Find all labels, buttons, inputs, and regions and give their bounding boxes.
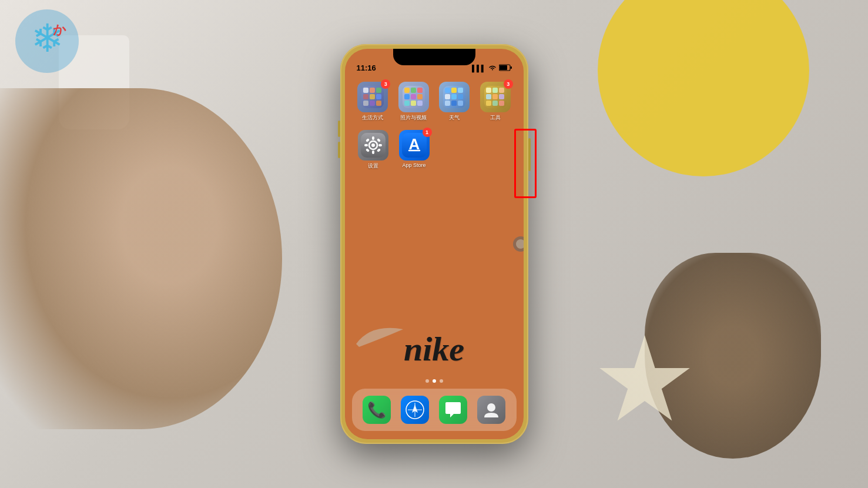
wifi-icon xyxy=(488,64,497,72)
shenghuo-label: 生活方式 xyxy=(362,114,383,122)
svg-rect-50 xyxy=(372,151,374,154)
battery-icon xyxy=(499,64,512,72)
phone-screen: 11:16 ▌▌▌ xyxy=(345,49,524,439)
nike-text-container: nike xyxy=(345,329,524,369)
dock: 📞 xyxy=(352,389,517,431)
svg-rect-39 xyxy=(499,88,504,93)
svg-point-48 xyxy=(371,143,375,147)
svg-rect-21 xyxy=(411,94,416,99)
vol-down-button[interactable] xyxy=(338,142,340,158)
status-time: 11:16 xyxy=(357,63,376,72)
app-appstore[interactable]: 1 A xyxy=(397,130,432,170)
volume-buttons xyxy=(338,121,340,158)
svg-rect-11 xyxy=(370,94,375,99)
dock-safari-icon[interactable] xyxy=(401,396,429,424)
svg-rect-51 xyxy=(364,144,368,146)
messages-svg xyxy=(443,400,463,420)
snowflake-logo: ❄ か xyxy=(12,6,82,76)
shenghuo-badge: 3 xyxy=(381,79,390,89)
svg-rect-37 xyxy=(486,88,491,93)
app-grid: 3 xyxy=(351,77,518,183)
weather-label: 天气 xyxy=(449,114,460,122)
svg-rect-7 xyxy=(363,88,368,93)
svg-rect-25 xyxy=(417,101,423,106)
app-weather[interactable]: 天气 xyxy=(437,82,472,122)
assistive-touch-button[interactable] xyxy=(513,236,524,252)
settings-icon[interactable] xyxy=(358,130,388,161)
svg-rect-12 xyxy=(376,94,381,99)
app-settings[interactable]: 设置 xyxy=(356,130,391,170)
dock-contacts-icon[interactable] xyxy=(477,396,505,424)
app-row-2: 设置 1 xyxy=(356,130,513,170)
app-row-1: 3 xyxy=(356,82,513,122)
app-photos-video[interactable]: 照片与视频 xyxy=(396,82,431,122)
svg-rect-10 xyxy=(363,94,368,99)
assistive-touch-inner xyxy=(516,239,524,249)
svg-rect-31 xyxy=(451,94,457,99)
appstore-badge: 1 xyxy=(423,128,432,137)
appstore-icon[interactable]: 1 A xyxy=(399,130,430,161)
appstore-label: App Store xyxy=(402,162,425,168)
svg-rect-52 xyxy=(378,144,382,146)
weather-icon[interactable] xyxy=(439,82,470,112)
svg-rect-13 xyxy=(363,101,368,106)
svg-rect-14 xyxy=(370,101,375,106)
svg-rect-38 xyxy=(492,88,498,93)
app-shenghuo[interactable]: 3 xyxy=(356,82,391,122)
svg-rect-19 xyxy=(417,88,423,93)
hand-left xyxy=(0,88,282,429)
photos-video-label: 照片与视频 xyxy=(400,114,427,122)
app-tools[interactable]: 3 xyxy=(478,82,513,122)
svg-rect-23 xyxy=(404,101,410,106)
svg-rect-24 xyxy=(411,101,416,106)
svg-rect-33 xyxy=(445,101,450,106)
svg-rect-32 xyxy=(458,94,463,99)
svg-rect-35 xyxy=(458,101,463,106)
svg-rect-49 xyxy=(372,136,374,140)
contacts-svg xyxy=(481,400,501,420)
dock-messages-icon[interactable] xyxy=(439,396,467,424)
svg-rect-9 xyxy=(376,88,381,93)
svg-rect-28 xyxy=(451,88,457,93)
svg-rect-44 xyxy=(492,101,498,106)
page-dot-1[interactable] xyxy=(425,379,429,383)
svg-rect-42 xyxy=(499,94,504,99)
svg-rect-5 xyxy=(510,66,512,69)
photos-video-icon[interactable] xyxy=(398,82,429,112)
page-dot-3[interactable] xyxy=(440,379,443,383)
tools-badge: 3 xyxy=(504,79,513,89)
svg-rect-45 xyxy=(499,101,504,106)
notch xyxy=(393,49,475,65)
tools-icon[interactable]: 3 xyxy=(480,82,511,112)
power-button[interactable] xyxy=(528,138,531,171)
svg-point-64 xyxy=(487,403,495,412)
dock-phone-icon[interactable]: 📞 xyxy=(363,396,391,424)
phone-body: 11:16 ▌▌▌ xyxy=(340,44,528,444)
svg-rect-29 xyxy=(458,88,463,93)
svg-rect-41 xyxy=(492,94,498,99)
page-dot-2[interactable] xyxy=(433,379,436,383)
svg-rect-43 xyxy=(486,101,491,106)
signal-icon: ▌▌▌ xyxy=(472,65,485,72)
vol-up-button[interactable] xyxy=(338,121,340,137)
pine-cone-area xyxy=(645,253,821,459)
svg-rect-34 xyxy=(451,101,457,106)
svg-rect-18 xyxy=(411,88,416,93)
page-dots xyxy=(345,379,524,383)
shenghuo-icon[interactable]: 3 xyxy=(357,82,388,112)
svg-rect-30 xyxy=(445,94,450,99)
safari-svg xyxy=(405,400,425,420)
svg-rect-4 xyxy=(500,65,507,70)
phone-emoji: 📞 xyxy=(367,401,386,419)
svg-rect-22 xyxy=(417,94,423,99)
svg-rect-40 xyxy=(486,94,491,99)
status-icons: ▌▌▌ xyxy=(472,64,511,72)
tools-label: 工具 xyxy=(490,114,501,122)
svg-rect-27 xyxy=(445,88,450,93)
svg-rect-17 xyxy=(404,88,410,93)
svg-rect-20 xyxy=(404,94,410,99)
nike-brand-text: nike xyxy=(404,330,464,368)
svg-rect-15 xyxy=(376,101,381,106)
settings-label: 设置 xyxy=(368,162,378,170)
svg-text:か: か xyxy=(53,22,66,37)
